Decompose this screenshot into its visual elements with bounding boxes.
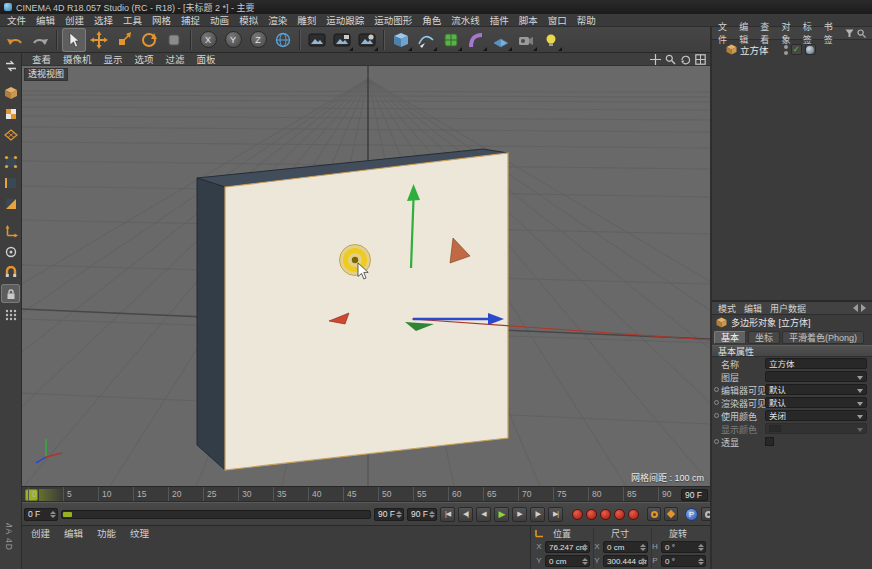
value-stepper[interactable] — [582, 544, 588, 551]
record-parameter-button[interactable] — [647, 507, 661, 521]
texture-mode-button[interactable] — [1, 104, 20, 123]
goto-end-button[interactable]: ▶| — [548, 507, 563, 522]
viewport-solo-button[interactable] — [1, 242, 20, 261]
last-tool-button[interactable] — [162, 28, 186, 52]
name-field[interactable]: 立方体 — [765, 358, 867, 369]
enabled-check-tag[interactable]: ✓ — [791, 44, 802, 55]
cube-object[interactable] — [197, 149, 508, 470]
filter-icon[interactable] — [845, 29, 854, 38]
keyframe-selection-button[interactable] — [664, 507, 678, 521]
next-key-button[interactable]: |▶ — [530, 507, 545, 522]
scale-tool-button[interactable] — [112, 28, 136, 52]
edges-mode-button[interactable] — [1, 173, 20, 192]
preview-end-field[interactable]: 90 F — [407, 508, 437, 521]
editor-visibility-dot[interactable] — [784, 45, 788, 49]
camera-button[interactable] — [514, 28, 538, 52]
cube-front-face[interactable] — [225, 153, 508, 470]
workplane-mode-button[interactable] — [1, 125, 20, 144]
renderer-visible-dropdown[interactable]: 默认 — [765, 397, 867, 408]
workplane-lock-button[interactable] — [1, 284, 20, 303]
menu-pipeline[interactable]: 流水线 — [446, 14, 485, 27]
axis-mode-button[interactable] — [1, 221, 20, 240]
basic-properties-section[interactable]: 基本属性 — [712, 345, 872, 357]
render-picture-viewer-button[interactable] — [330, 28, 354, 52]
menu-plugins[interactable]: 插件 — [485, 14, 514, 27]
tab-phong[interactable]: 平滑着色(Phong) — [782, 331, 864, 344]
spline-pen-button[interactable] — [414, 28, 438, 52]
title-bar[interactable]: CINEMA 4D R18.057 Studio (RC - R18) - [未… — [0, 0, 872, 14]
history-back-icon[interactable] — [853, 304, 858, 312]
render-settings-button[interactable] — [355, 28, 379, 52]
editor-visible-dropdown[interactable]: 默认 — [765, 384, 867, 395]
next-frame-button[interactable]: ▶ — [512, 507, 527, 522]
record-position-button[interactable] — [600, 509, 611, 520]
material-menu-texture[interactable]: 纹理 — [123, 526, 156, 540]
frame-stepper[interactable] — [50, 511, 56, 518]
keyframe-dot[interactable] — [714, 400, 719, 405]
object-item-cube[interactable]: 立方体 ✓ — [712, 43, 872, 56]
pan-view-icon[interactable] — [650, 54, 661, 65]
redo-button[interactable] — [28, 28, 52, 52]
quantize-button[interactable] — [1, 305, 20, 324]
render-visibility-dot[interactable] — [784, 51, 788, 55]
material-menu-create[interactable]: 创建 — [24, 526, 57, 540]
menu-mograph[interactable]: 运动图形 — [369, 14, 417, 27]
menu-sculpt[interactable]: 雕刻 — [292, 14, 321, 27]
model-mode-button[interactable] — [1, 83, 20, 102]
floor-button[interactable] — [489, 28, 513, 52]
position-y-field[interactable]: 0 cm — [545, 555, 590, 567]
toggle-views-icon[interactable] — [695, 54, 706, 65]
cube-side-face[interactable] — [197, 178, 225, 470]
value-stepper[interactable] — [698, 558, 704, 565]
value-stepper[interactable] — [640, 558, 646, 565]
rotate-tool-button[interactable] — [137, 28, 161, 52]
menu-simulate[interactable]: 模拟 — [234, 14, 263, 27]
menu-mesh[interactable]: 网格 — [147, 14, 176, 27]
polygons-mode-button[interactable] — [1, 194, 20, 213]
menu-snap[interactable]: 捕捉 — [176, 14, 205, 27]
timeline-ruler[interactable]: 0 5 10 15 20 25 30 35 40 45 50 55 60 65 … — [22, 486, 710, 502]
object-name[interactable]: 立方体 — [740, 43, 769, 57]
timeline-slider[interactable] — [61, 510, 371, 519]
viewport-menu-cameras[interactable]: 摄像机 — [57, 53, 98, 66]
value-stepper[interactable] — [582, 558, 588, 565]
am-menu-mode[interactable]: 模式 — [714, 302, 740, 315]
points-mode-button[interactable] — [1, 152, 20, 171]
keyframe-dot[interactable] — [714, 439, 719, 444]
viewport-perspective[interactable]: 查看 摄像机 显示 选项 过滤 面板 透视视图 网格间距 : 100 cm — [22, 53, 710, 486]
slider-thumb[interactable] — [63, 512, 72, 517]
record-keyframe-button[interactable] — [572, 509, 583, 520]
undo-button[interactable] — [3, 28, 27, 52]
move-tool-button[interactable] — [87, 28, 111, 52]
use-color-dropdown[interactable]: 关闭 — [765, 410, 867, 421]
max-frame-field[interactable]: 90 F — [374, 508, 404, 521]
make-editable-button[interactable] — [1, 56, 20, 75]
rotation-p-field[interactable]: 0 ° — [661, 555, 706, 567]
menu-help[interactable]: 帮助 — [572, 14, 601, 27]
goto-start-button[interactable]: |◀ — [440, 507, 455, 522]
light-button[interactable] — [539, 28, 563, 52]
live-selection-button[interactable] — [62, 28, 86, 52]
am-menu-user-data[interactable]: 用户数据 — [766, 302, 810, 315]
keyframe-dot[interactable] — [714, 387, 719, 392]
history-forward-icon[interactable] — [861, 304, 866, 312]
menu-script[interactable]: 脚本 — [514, 14, 543, 27]
prev-frame-button[interactable]: ◀ — [476, 507, 491, 522]
render-view-button[interactable] — [305, 28, 329, 52]
prev-key-button[interactable]: ◀| — [458, 507, 473, 522]
size-x-field[interactable]: 0 cm — [603, 541, 648, 553]
cube-primitive-button[interactable] — [389, 28, 413, 52]
value-stepper[interactable] — [698, 544, 704, 551]
menu-tools[interactable]: 工具 — [118, 14, 147, 27]
value-stepper[interactable] — [640, 544, 646, 551]
viewport-menu-display[interactable]: 显示 — [98, 53, 129, 66]
am-menu-edit[interactable]: 编辑 — [740, 302, 766, 315]
viewport-canvas[interactable] — [22, 53, 710, 486]
y-axis-lock-button[interactable]: Y — [221, 28, 245, 52]
pla-record-button[interactable]: P — [685, 508, 698, 521]
record-scale-button[interactable] — [614, 509, 625, 520]
bend-deformer-button[interactable] — [464, 28, 488, 52]
rotate-view-icon[interactable] — [680, 54, 691, 65]
timeline-end-field[interactable]: 90 F — [681, 489, 708, 501]
record-rotation-button[interactable] — [628, 509, 639, 520]
